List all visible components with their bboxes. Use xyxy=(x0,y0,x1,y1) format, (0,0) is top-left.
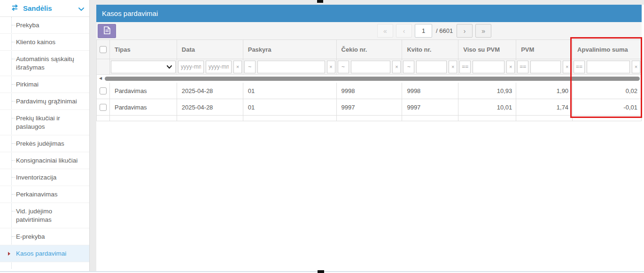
pager-last-button[interactable]: » xyxy=(475,24,491,38)
clear-filter-button[interactable]: × xyxy=(506,61,515,73)
row-checkbox-cell xyxy=(97,99,110,116)
sidebar-item-perkainavimas[interactable]: Perkainavimas xyxy=(0,186,89,203)
table-row[interactable]: Pardavimas 2025-04-28 01 9998 9998 10,93… xyxy=(97,83,642,99)
filter-operator-button[interactable]: ~ xyxy=(403,61,414,73)
column-header-cekio-nr[interactable]: Čekio nr. xyxy=(337,39,403,59)
sidebar-item-label: Perkainavimas xyxy=(16,191,58,198)
sidebar-item-automatinis-saskaitu-israsymas[interactable]: Automatinis sąskaitų išrašymas xyxy=(0,51,89,76)
pager-next-button[interactable]: › xyxy=(457,24,473,38)
cell-cekio-nr: 9997 xyxy=(337,99,403,116)
sidebar-item-prekiu-likuciai-ir-paslaugos[interactable]: Prekių likučiai ir paslaugos xyxy=(0,110,89,135)
filter-cell-pvm: == × xyxy=(516,59,573,75)
data-grid: Tipas Data Paskyra Čekio nr. Kvito nr. V… xyxy=(96,39,642,121)
cell-apvalinimo-suma: 0,02 xyxy=(573,83,642,99)
viso-su-pvm-filter-input[interactable] xyxy=(473,61,504,73)
sidebar-item-vid-judejimo-patvirtinimas[interactable]: Vid. judėjimo patvirtinimas xyxy=(0,203,89,228)
sidebar-item-label: Inventorizacija xyxy=(16,174,56,181)
chevron-down-icon xyxy=(78,6,84,13)
sidebar-menu: Prekyba Kliento kainos Automatinis sąska… xyxy=(0,17,89,262)
sidebar-main-gap xyxy=(90,0,96,272)
scrollbar-thumb[interactable] xyxy=(105,77,640,81)
top-edge-artifact xyxy=(317,0,323,3)
sidebar-item-e-prekyba[interactable]: E-prekyba xyxy=(0,228,89,245)
date-to-input[interactable] xyxy=(206,61,232,73)
filter-cell-viso-su-pvm: == × xyxy=(458,59,516,75)
cell-cekio-nr: 9998 xyxy=(337,83,403,99)
select-chevron-icon xyxy=(167,65,172,69)
sidebar-item-kliento-kainos[interactable]: Kliento kainos xyxy=(0,34,89,51)
clear-filter-button[interactable]: × xyxy=(233,61,242,73)
pager-page-input[interactable] xyxy=(415,24,432,38)
column-header-kvito-nr[interactable]: Kvito nr. xyxy=(402,39,458,59)
cell-pvm: 1,90 xyxy=(516,83,573,99)
sidebar-item-konsignaciniai-likuciai[interactable]: Konsignaciniai likučiai xyxy=(0,152,89,169)
cell-kvito-nr: 9998 xyxy=(402,83,458,99)
cell-viso-su-pvm: 10,93 xyxy=(458,83,516,99)
scroll-left-arrow-icon[interactable]: ◀ xyxy=(99,76,102,80)
sidebar-item-inventorizacija[interactable]: Inventorizacija xyxy=(0,169,89,186)
date-from-input[interactable] xyxy=(178,61,204,73)
sidebar-item-label: Automatinis sąskaitų išrašymas xyxy=(16,55,74,71)
filter-empty-cell xyxy=(97,59,110,75)
clear-filter-button[interactable]: × xyxy=(449,61,457,73)
sidebar-item-label: Pirkimai xyxy=(16,81,39,88)
column-header-pvm[interactable]: PVM xyxy=(516,39,573,59)
row-checkbox-cell xyxy=(97,83,110,99)
clear-filter-button[interactable]: × xyxy=(327,61,335,73)
cekio-nr-filter-input[interactable] xyxy=(351,61,391,73)
filter-operator-button[interactable]: == xyxy=(517,61,528,73)
row-checkbox[interactable] xyxy=(100,87,107,94)
sidebar-header-sandelis[interactable]: Sandėlis xyxy=(0,0,89,17)
pager: « ‹ / 6601 › » xyxy=(377,24,491,38)
filter-cell-tipas xyxy=(110,59,177,75)
export-button[interactable] xyxy=(98,24,116,38)
cell-empty xyxy=(516,116,573,121)
sidebar-item-kasos-pardavimai[interactable]: Kasos pardavimai xyxy=(0,245,89,262)
filter-cell-apvalinimo-suma: == × xyxy=(573,59,642,75)
toolbar: « ‹ / 6601 › » xyxy=(96,22,642,39)
cell-paskyra: 01 xyxy=(243,99,337,116)
sidebar-item-label: Konsignaciniai likučiai xyxy=(16,157,78,164)
bottom-edge-artifact xyxy=(318,270,324,273)
clear-filter-button[interactable]: × xyxy=(632,61,640,73)
select-all-checkbox[interactable] xyxy=(100,46,107,53)
row-checkbox[interactable] xyxy=(100,104,107,111)
pager-prev-button[interactable]: ‹ xyxy=(396,24,412,38)
clear-filter-button[interactable]: × xyxy=(392,61,401,73)
filter-operator-button[interactable]: == xyxy=(459,61,471,73)
sidebar-item-pirkimai[interactable]: Pirkimai xyxy=(0,76,89,93)
active-item-marker-icon xyxy=(8,252,10,256)
filter-cell-data: × xyxy=(177,59,243,75)
sidebar-item-prekes-judejimas[interactable]: Prekės judėjimas xyxy=(0,135,89,152)
sidebar-item-label: Kasos pardavimai xyxy=(16,250,66,257)
top-margin-strip xyxy=(96,0,644,5)
column-header-tipas[interactable]: Tipas xyxy=(110,39,177,59)
apvalinimo-suma-filter-input[interactable] xyxy=(587,61,630,73)
sidebar-item-label: Prekyba xyxy=(16,22,39,29)
column-header-data[interactable]: Data xyxy=(177,39,243,59)
column-header-paskyra[interactable]: Paskyra xyxy=(243,39,337,59)
cell-empty xyxy=(337,116,403,121)
cell-data: 2025-04-28 xyxy=(177,83,243,99)
cell-empty xyxy=(458,116,516,121)
kvito-nr-filter-input[interactable] xyxy=(416,61,447,73)
tipas-filter-select[interactable] xyxy=(111,61,176,73)
sidebar: Sandėlis Prekyba Kliento kainos Automati… xyxy=(0,0,90,271)
table-row[interactable]: Pardavimas 2025-04-28 01 9997 9997 10,01… xyxy=(97,99,642,116)
grid-filter-row: × ~ × ~ × ~ × == × == xyxy=(97,59,642,75)
column-header-apvalinimo-suma[interactable]: Apvalinimo suma xyxy=(573,39,642,59)
sidebar-item-prekyba[interactable]: Prekyba xyxy=(0,17,89,34)
filter-operator-button[interactable]: ~ xyxy=(338,61,349,73)
filter-operator-button[interactable]: ~ xyxy=(244,61,256,73)
pager-first-button[interactable]: « xyxy=(377,24,393,38)
filter-cell-kvito-nr: ~ × xyxy=(402,59,458,75)
clear-filter-button[interactable]: × xyxy=(563,61,571,73)
column-header-viso-su-pvm[interactable]: Viso su PVM xyxy=(458,39,516,59)
cell-data: 2025-04-28 xyxy=(177,99,243,116)
pvm-filter-input[interactable] xyxy=(530,61,561,73)
paskyra-filter-input[interactable] xyxy=(257,61,325,73)
filter-operator-button[interactable]: == xyxy=(574,61,585,73)
panel-title: Kasos pardavimai xyxy=(96,5,642,22)
sidebar-item-pardavimu-grazinimai[interactable]: Pardavimų grąžinimai xyxy=(0,93,89,110)
cell-tipas: Pardavimas xyxy=(110,83,177,99)
